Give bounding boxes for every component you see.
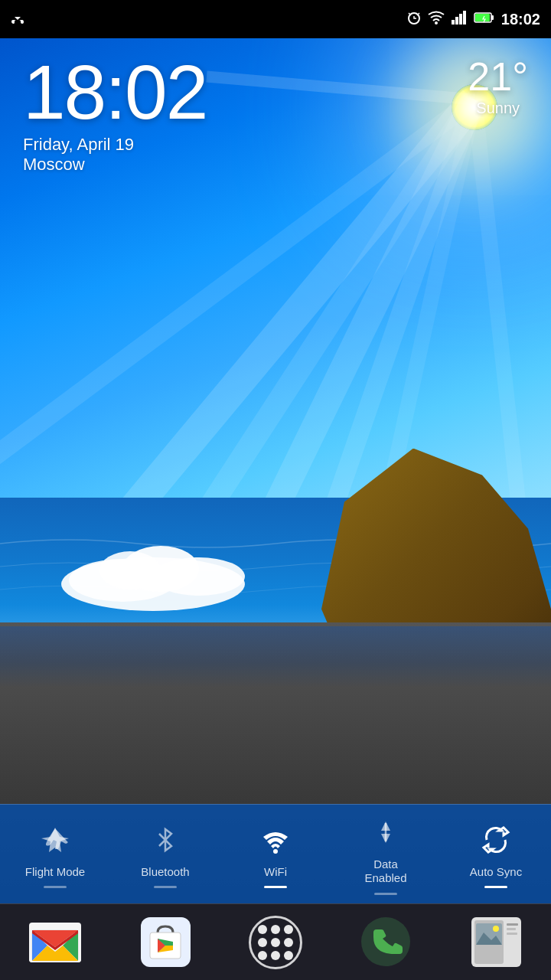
svg-rect-4 <box>459 14 462 24</box>
wifi-label: WiFi <box>264 865 287 878</box>
data-icon-container <box>367 813 405 851</box>
svg-point-25 <box>273 849 278 854</box>
data-indicator <box>374 893 397 895</box>
clock-city: Moscow <box>23 155 528 175</box>
weather-description: Sunny <box>468 100 528 117</box>
photo-widget-icon <box>471 917 521 967</box>
clock-overlay: 18:02 Friday, April 19 Moscow 21° Sunny <box>0 38 551 190</box>
usb-icon <box>11 9 24 30</box>
svg-point-47 <box>493 926 499 932</box>
auto-sync-indicator <box>484 886 507 888</box>
quick-setting-wifi[interactable]: WiFi <box>230 821 321 888</box>
dot-7 <box>258 951 267 960</box>
dock-app-drawer[interactable] <box>241 912 310 973</box>
status-time: 18:02 <box>501 11 540 28</box>
dot-9 <box>284 951 293 960</box>
play-store-icon <box>141 917 191 967</box>
battery-icon <box>474 11 495 27</box>
svg-rect-5 <box>463 11 466 24</box>
dock <box>0 903 551 980</box>
dot-2 <box>271 925 280 934</box>
status-bar: 18:02 <box>0 0 551 38</box>
weather-temperature: 21° <box>468 54 528 100</box>
flight-mode-icon <box>36 821 74 859</box>
wifi-indicator <box>264 886 287 888</box>
quick-setting-data[interactable]: DataEnabled <box>340 813 432 895</box>
dock-photo-widget[interactable] <box>461 912 530 973</box>
clock-time: 18:02 <box>23 54 528 130</box>
quick-setting-bluetooth[interactable]: Bluetooth <box>119 821 211 888</box>
signal-icon <box>451 11 468 28</box>
flight-mode-label: Flight Mode <box>25 865 85 878</box>
quick-settings-bar: Flight Mode Bluetooth WiFi <box>0 804 551 903</box>
weather-widget: 21° Sunny <box>468 54 528 117</box>
svg-rect-49 <box>507 928 516 930</box>
svg-rect-8 <box>491 15 494 20</box>
svg-rect-3 <box>455 17 458 24</box>
dot-3 <box>284 925 293 934</box>
dock-gmail[interactable] <box>21 912 90 973</box>
dot-5 <box>271 938 280 947</box>
dot-1 <box>258 925 267 934</box>
svg-rect-31 <box>32 930 78 933</box>
svg-rect-48 <box>507 923 518 926</box>
dot-4 <box>258 938 267 947</box>
flight-mode-indicator <box>44 886 67 888</box>
svg-point-21 <box>99 551 161 590</box>
dot-8 <box>271 951 280 960</box>
svg-point-1 <box>435 21 438 24</box>
quick-setting-flight-mode[interactable]: Flight Mode <box>9 821 101 888</box>
wifi-qs-icon-container <box>256 821 295 859</box>
alarm-icon <box>406 10 422 28</box>
phone-icon <box>361 917 411 967</box>
wifi-icon <box>428 11 445 28</box>
svg-rect-2 <box>452 20 455 24</box>
bluetooth-indicator <box>154 886 177 888</box>
bluetooth-label: Bluetooth <box>141 865 189 878</box>
dot-6 <box>284 938 293 947</box>
svg-rect-7 <box>475 14 490 21</box>
quick-setting-auto-sync[interactable]: Auto Sync <box>450 821 542 888</box>
gmail-icon <box>29 923 81 962</box>
auto-sync-label: Auto Sync <box>470 865 522 878</box>
dock-phone[interactable] <box>351 912 420 973</box>
auto-sync-icon-container <box>477 821 515 859</box>
clock-date: Friday, April 19 <box>23 135 528 155</box>
bluetooth-icon-container <box>146 821 184 859</box>
dock-play-store[interactable] <box>131 912 200 973</box>
data-label: DataEnabled <box>364 858 406 885</box>
svg-rect-50 <box>507 933 517 935</box>
app-drawer-icon <box>249 916 302 969</box>
